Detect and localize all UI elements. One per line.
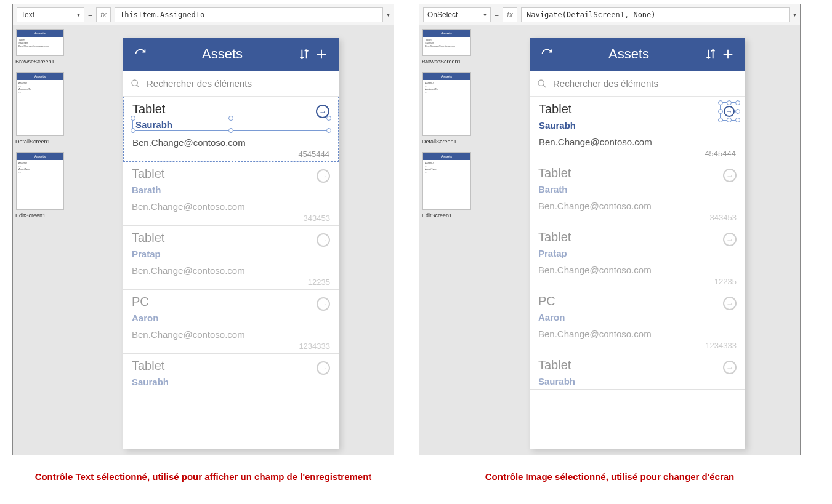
formula-text: ThisItem.AssignedTo [120, 10, 204, 19]
item-body: Ben.Change@contoso.com [132, 137, 329, 148]
list-item[interactable]: Tablet Saurabh Ben.Change@contoso.com 45… [123, 97, 339, 162]
property-selector[interactable]: Text ▾ [17, 7, 84, 22]
app-header: Assets [123, 38, 339, 71]
next-arrow-icon[interactable]: → [723, 297, 737, 310]
refresh-icon[interactable] [132, 46, 149, 63]
search-bar[interactable]: Rechercher des éléments [530, 71, 745, 97]
formula-bar: OnSelect ▾ = fx Navigate(DetailScreen1, … [419, 4, 800, 25]
chevron-down-icon: ▾ [483, 11, 487, 18]
next-arrow-icon[interactable]: → [317, 297, 330, 311]
item-meta: 4545444 [705, 149, 736, 158]
next-arrow-icon[interactable]: → [723, 233, 737, 246]
search-icon [131, 79, 140, 89]
list-item[interactable]: Tablet Saurabh Ben.Change@contoso.com 45… [530, 97, 745, 161]
search-placeholder: Rechercher des éléments [553, 78, 658, 89]
thumb-edit[interactable]: AssetsAssetID…AssetType… EditScreen1 [14, 152, 66, 218]
list-item[interactable]: PC Aaron Ben.Change@contoso.com 1234333 … [530, 289, 745, 353]
item-subtitle: Saurabh [135, 119, 172, 130]
item-title: Tablet [132, 102, 329, 116]
add-icon[interactable] [719, 46, 737, 63]
item-subtitle: Saurabh [539, 120, 736, 130]
property-selector[interactable]: OnSelect ▾ [423, 7, 491, 22]
chevron-down-icon: ▾ [77, 11, 80, 18]
formula-input[interactable]: ThisItem.AssignedTo [115, 7, 383, 22]
fx-icon[interactable]: fx [503, 7, 517, 22]
thumb-detail[interactable]: AssetsAssetID…AssignedTo… DetailScreen1 [14, 72, 66, 145]
right-panel: OnSelect ▾ = fx Navigate(DetailScreen1, … [419, 4, 801, 455]
next-arrow-icon[interactable]: → [723, 169, 737, 182]
next-arrow-icon[interactable]: → [317, 169, 330, 183]
svg-point-1 [538, 80, 544, 86]
next-arrow-icon[interactable]: → [723, 361, 737, 374]
app-header: Assets [530, 38, 745, 71]
formula-chevron-down-icon[interactable]: ▾ [793, 11, 796, 18]
selected-image-control[interactable]: → [720, 102, 738, 121]
item-title: Tablet [539, 102, 736, 116]
selected-text-control[interactable]: Saurabh [132, 118, 329, 131]
next-arrow-icon: → [724, 106, 735, 117]
formula-bar: Text ▾ = fx ThisItem.AssignedTo ▾ [13, 4, 394, 25]
formula-input[interactable]: Navigate(DetailScreen1, None) [521, 7, 790, 22]
list-item[interactable]: Tablet Pratap Ben.Change@contoso.com 122… [530, 225, 745, 289]
property-selector-value: OnSelect [427, 10, 458, 19]
left-caption: Contrôle Text sélectionné, utilisé pour … [12, 471, 394, 482]
equals-icon: = [495, 10, 499, 19]
next-arrow-icon[interactable]: → [317, 361, 330, 375]
property-selector-value: Text [21, 10, 34, 19]
search-placeholder: Rechercher des éléments [147, 78, 252, 89]
left-panel: Text ▾ = fx ThisItem.AssignedTo ▾ Assets… [12, 4, 394, 455]
item-meta: 4545444 [298, 150, 329, 159]
item-body: Ben.Change@contoso.com [539, 137, 736, 147]
formula-chevron-down-icon[interactable]: ▾ [387, 11, 390, 18]
list-item[interactable]: Tablet Saurabh → [530, 353, 745, 390]
sort-icon[interactable] [702, 46, 719, 63]
search-icon [537, 79, 547, 89]
list-item[interactable]: Tablet Barath Ben.Change@contoso.com 343… [530, 161, 745, 225]
thumb-browse[interactable]: AssetsTabletSaurabhBen.Change@contoso.co… [14, 29, 66, 65]
gallery: Tablet Saurabh Ben.Change@contoso.com 45… [530, 97, 745, 449]
list-item[interactable]: Tablet Saurabh → [123, 354, 339, 390]
gallery: Tablet Saurabh Ben.Change@contoso.com 45… [123, 97, 339, 449]
next-arrow-icon[interactable]: → [317, 233, 330, 247]
app-title: Assets [149, 46, 296, 62]
list-item[interactable]: Tablet Barath Ben.Change@contoso.com 343… [123, 162, 339, 226]
screen-thumbnails: AssetsTabletSaurabhBen.Change@contoso.co… [13, 25, 68, 455]
right-caption: Contrôle Image sélectionné, utilisé pour… [419, 471, 801, 482]
search-bar[interactable]: Rechercher des éléments [123, 71, 339, 97]
thumb-edit[interactable]: AssetsAssetID…AssetType… EditScreen1 [421, 152, 472, 218]
add-icon[interactable] [313, 46, 330, 63]
list-item[interactable]: Tablet Pratap Ben.Change@contoso.com 122… [123, 226, 339, 290]
thumb-browse[interactable]: AssetsTabletSaurabhBen.Change@contoso.co… [421, 29, 472, 65]
phone-preview: Assets Rechercher des éléments [530, 38, 745, 449]
design-canvas: Assets Rechercher des éléments [475, 25, 800, 455]
fx-icon[interactable]: fx [96, 7, 111, 22]
design-canvas: Assets Rechercher des éléments [68, 25, 394, 455]
app-title: Assets [555, 46, 702, 62]
svg-point-0 [132, 80, 137, 86]
screen-thumbnails: AssetsTabletSaurabhBen.Change@contoso.co… [419, 25, 475, 455]
equals-icon: = [88, 10, 92, 19]
phone-preview: Assets Rechercher des éléments [123, 38, 339, 449]
list-item[interactable]: PC Aaron Ben.Change@contoso.com 1234333 … [123, 290, 339, 354]
formula-text: Navigate(DetailScreen1, None) [527, 10, 656, 19]
sort-icon[interactable] [296, 46, 313, 63]
refresh-icon[interactable] [538, 46, 555, 63]
thumb-detail[interactable]: AssetsAssetID…AssignedTo… DetailScreen1 [421, 72, 472, 145]
next-arrow-icon[interactable]: → [316, 105, 329, 118]
